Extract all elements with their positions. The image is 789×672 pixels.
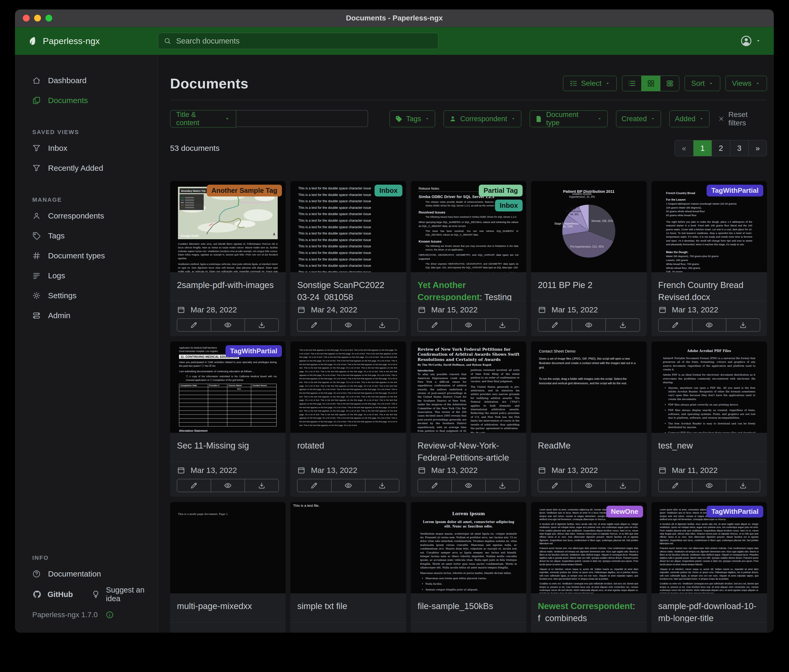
document-title[interactable]: Sonstige ScanPC2022 03-24_081058: [297, 279, 399, 301]
sidebar-item-tags[interactable]: Tags: [15, 226, 158, 246]
document-thumbnail[interactable]: Review of New York Federal Petitions for…: [411, 341, 526, 433]
title-content-filter-button[interactable]: Title & content: [170, 110, 236, 127]
edit-button[interactable]: [297, 319, 331, 331]
document-thumbnail[interactable]: Lorem ipsumLorem ipsum dolor sit amet, c…: [411, 502, 526, 593]
view-list-button[interactable]: [622, 76, 641, 91]
document-thumbnail[interactable]: French Country BreadFor the Leaven1 heap…: [652, 181, 767, 272]
sidebar-link-suggest-an-idea[interactable]: Suggest an idea: [91, 586, 158, 603]
sidebar-item-logs[interactable]: Logs: [15, 266, 158, 286]
document-title[interactable]: Yet Another Correspondent: Testing Email: [418, 279, 519, 301]
edit-button[interactable]: [658, 319, 692, 331]
document-title[interactable]: rotated: [297, 440, 399, 452]
document-thumbnail[interactable]: This is a test file.: [290, 502, 406, 593]
download-button[interactable]: [365, 319, 399, 331]
document-thumbnail[interactable]: This is a multi page document. Page 1.: [170, 502, 286, 593]
tag-badge[interactable]: NewOne: [606, 506, 643, 518]
pagination-next-button[interactable]: »: [748, 140, 767, 156]
edit-button[interactable]: [658, 479, 692, 492]
document-thumbnail[interactable]: Application for Medical Staff MembersGoo…: [170, 341, 286, 433]
edit-button[interactable]: [177, 319, 211, 331]
download-button[interactable]: [605, 479, 639, 492]
download-button[interactable]: [244, 479, 278, 492]
tag-badge[interactable]: Partial Tag: [479, 185, 522, 196]
user-menu[interactable]: [740, 35, 761, 47]
edit-button[interactable]: [297, 479, 331, 492]
pagination-page-1[interactable]: 1: [693, 140, 712, 156]
document-thumbnail[interactable]: Patient BP Distribution 2011Normal, 158,…: [531, 181, 647, 272]
sidebar-item-inbox[interactable]: Inbox: [15, 138, 158, 158]
document-title[interactable]: multi-page-mixedxx: [177, 600, 279, 612]
download-button[interactable]: [365, 479, 399, 492]
document-type-filter-button[interactable]: Document type: [530, 110, 608, 127]
download-button[interactable]: [605, 319, 639, 331]
preview-button[interactable]: [572, 319, 605, 331]
info-icon[interactable]: [105, 611, 114, 619]
document-title[interactable]: 2sample-pdf-with-images: [177, 279, 279, 291]
download-button[interactable]: [726, 479, 760, 492]
views-button[interactable]: Views: [725, 76, 767, 91]
document-title[interactable]: file-sample_150kBs: [418, 600, 519, 612]
pagination-prev-button[interactable]: «: [675, 140, 693, 156]
preview-button[interactable]: [452, 319, 485, 331]
document-title[interactable]: 2011 BP Pie 2: [538, 279, 640, 291]
tag-badge[interactable]: Inbox: [375, 185, 402, 196]
select-button[interactable]: Select: [563, 76, 617, 91]
download-button[interactable]: [485, 479, 519, 492]
sidebar-item-documentation[interactable]: Documentation: [15, 564, 158, 584]
edit-button[interactable]: [538, 319, 572, 331]
minimize-window-button[interactable]: [34, 15, 41, 22]
correspondent-link[interactable]: Newest Correspondent: [538, 601, 632, 611]
search-input[interactable]: [176, 37, 433, 46]
added-filter-button[interactable]: Added: [669, 110, 709, 127]
download-button[interactable]: [244, 319, 278, 331]
download-button[interactable]: [726, 319, 760, 331]
title-content-input[interactable]: [236, 110, 368, 127]
reset-filters-button[interactable]: Reset filters: [718, 110, 767, 127]
document-title[interactable]: simple txt file: [297, 600, 399, 612]
document-thumbnail[interactable]: Contact Sheet DemoGiven a set of image f…: [531, 341, 647, 433]
sidebar-item-document-types[interactable]: Document types: [15, 246, 158, 266]
view-grid-button[interactable]: [641, 76, 660, 91]
sidebar-item-recently-added[interactable]: Recently Added: [15, 158, 158, 178]
global-search[interactable]: [158, 33, 438, 49]
tags-filter-button[interactable]: Tags: [390, 110, 435, 127]
sidebar-item-correspondents[interactable]: Correspondents: [15, 206, 158, 226]
preview-button[interactable]: [692, 479, 726, 492]
document-thumbnail[interactable]: Adobe Acrobat PDF FilesAdobe® Portable D…: [652, 341, 767, 433]
sidebar-item-admin[interactable]: Admin: [15, 306, 158, 325]
document-thumbnail[interactable]: Release NotesSimba ODBC Driver for SQL S…: [411, 181, 526, 272]
preview-button[interactable]: [211, 319, 244, 331]
edit-button[interactable]: [418, 319, 452, 331]
edit-button[interactable]: [418, 479, 452, 492]
app-brand[interactable]: Paperless-ngx: [15, 35, 158, 46]
preview-button[interactable]: [572, 479, 605, 492]
document-title[interactable]: Sec 11-Missing sig: [177, 440, 279, 452]
document-thumbnail[interactable]: This is the text that appears on the fir…: [290, 341, 406, 433]
tag-badge[interactable]: Inbox: [495, 200, 522, 212]
preview-button[interactable]: [331, 479, 365, 492]
preview-button[interactable]: [211, 479, 244, 492]
document-title[interactable]: French Country Bread Revised.docx: [658, 279, 760, 301]
correspondent-filter-button[interactable]: Correspondent: [444, 110, 521, 127]
download-button[interactable]: [485, 319, 519, 331]
tag-badge[interactable]: TagWithPartial: [225, 345, 282, 357]
tag-badge[interactable]: TagWithPartial: [707, 506, 763, 518]
preview-button[interactable]: [692, 319, 726, 331]
document-title[interactable]: Review-of-New-York-Federal-Petitions-art…: [418, 440, 519, 461]
edit-button[interactable]: [177, 479, 211, 492]
document-thumbnail[interactable]: Lorem ipsum dolor sit amet, consectetur …: [531, 502, 647, 593]
preview-button[interactable]: [452, 479, 485, 492]
zoom-window-button[interactable]: [45, 15, 52, 22]
document-thumbnail[interactable]: Boundary Waters TripGoogle EarthCurabitu…: [170, 181, 286, 272]
sidebar-item-documents[interactable]: Documents: [15, 91, 158, 110]
document-title[interactable]: sample-pdf-download-10-mb-longer-title: [658, 600, 760, 623]
document-title[interactable]: test_new: [658, 440, 760, 452]
document-thumbnail[interactable]: Lorem ipsum dolor sit amet, consectetur …: [652, 502, 767, 593]
sidebar-item-dashboard[interactable]: Dashboard: [15, 70, 158, 91]
sidebar-item-settings[interactable]: Settings: [15, 286, 158, 306]
document-title[interactable]: ReadMe: [538, 440, 640, 452]
created-filter-button[interactable]: Created: [616, 110, 661, 127]
pagination-page-3[interactable]: 3: [730, 140, 748, 156]
sort-button[interactable]: Sort: [685, 76, 720, 91]
pagination-page-2[interactable]: 2: [712, 140, 730, 156]
